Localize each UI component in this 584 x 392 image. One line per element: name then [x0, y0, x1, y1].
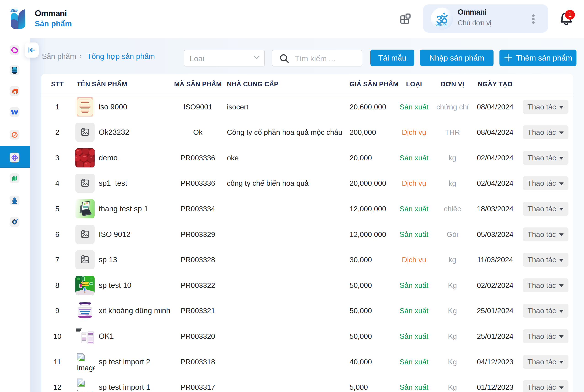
svg-text:365: 365 [10, 8, 18, 13]
svg-text:OMMANI: OMMANI [436, 23, 447, 26]
